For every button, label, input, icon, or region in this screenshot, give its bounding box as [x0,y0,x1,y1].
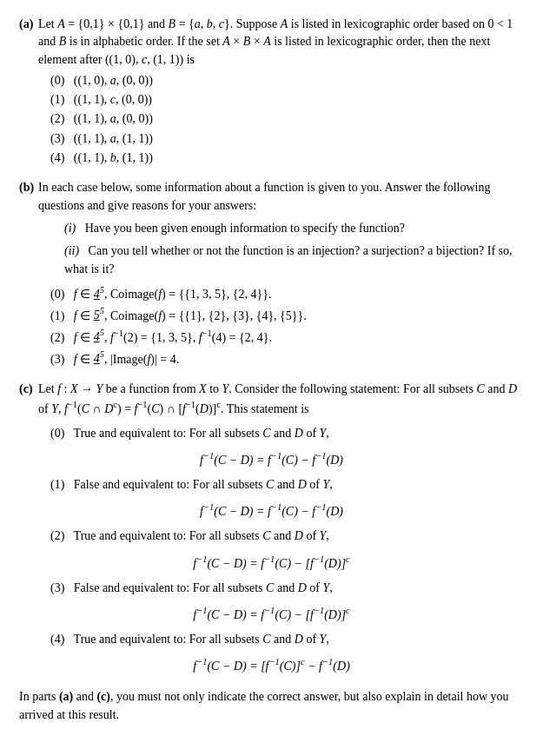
part-c-option-2: (2) True and equivalent to: For all subs… [19,527,524,572]
part-b-options: (0) f ∈ 45, Coimage(f) = {{1, 3, 5}, {2,… [50,283,524,368]
part-c-option-3: (3) False and equivalent to: For all sub… [19,580,524,624]
list-item: (4) ((1, 1), b, (1, 1)) [50,149,524,167]
formula-2: f−1(C − D) = f−1(C) − [f−1(D)]c [19,553,524,573]
list-item: (2) f ∈ 45, f−1(2) = {1, 3, 5}, f−1(4) =… [50,327,524,347]
part-c-option-4: (4) True and equivalent to: For all subs… [19,631,524,675]
part-c-label: (c) [19,381,38,398]
part-c-text: Let f : X → Y be a function from X to Y.… [38,381,524,418]
part-b: (b) In each case below, some information… [19,179,524,368]
list-item: (0) ((1, 0), a, (0, 0)) [50,72,524,90]
part-a-options: (0) ((1, 0), a, (0, 0)) (1) ((1, 1), c, … [50,72,524,167]
part-a-text: Let A = {0,1} × {0,1} and B = {a, b, c}.… [38,16,524,69]
list-item: (3) ((1, 1), a, (1, 1)) [50,130,524,148]
part-a: (a) Let A = {0,1} × {0,1} and B = {a, b,… [19,16,524,167]
footer-note: In parts (a) and (c), you must not only … [19,687,524,724]
formula-0: f−1(C − D) = f−1(C) − f−1(D) [19,449,524,469]
list-item: (3) False and equivalent to: For all sub… [50,580,524,597]
sub-q-ii: (ii) Can you tell whether or not the fun… [64,242,524,278]
part-b-label: (b) [19,179,38,196]
list-item: (3) f ∈ 45, |Image(f)| = 4. [50,348,524,368]
part-c: (c) Let f : X → Y be a function from X t… [19,381,524,676]
list-item: (2) ((1, 1), a, (0, 0)) [50,110,524,128]
list-item: (0) True and equivalent to: For all subs… [50,425,524,442]
part-c-option-0: (0) True and equivalent to: For all subs… [19,425,524,469]
list-item: (1) ((1, 1), c, (0, 0)) [50,91,524,109]
part-b-subquestions: (i) Have you been given enough informati… [64,220,524,278]
list-item: (1) f ∈ 55, Coimage(f) = {{1}, {2}, {3},… [50,305,524,325]
formula-1: f−1(C − D) = f−1(C) − f−1(D) [19,501,524,521]
list-item: (0) f ∈ 45, Coimage(f) = {{1, 3, 5}, {2,… [50,283,524,303]
part-b-text: In each case below, some information abo… [38,179,524,215]
formula-4: f−1(C − D) = [f−1(C)]c − f−1(D) [19,655,524,675]
part-c-option-1: (1) False and equivalent to: For all sub… [19,476,524,521]
sub-q-i: (i) Have you been given enough informati… [64,220,524,237]
footer-text: In parts (a) and (c), you must not only … [19,690,509,721]
list-item: (2) True and equivalent to: For all subs… [50,527,524,545]
list-item: (4) True and equivalent to: For all subs… [50,631,524,648]
formula-3: f−1(C − D) = f−1(C) − [f−1(D)]c [19,604,524,624]
part-a-label: (a) [19,16,38,33]
list-item: (1) False and equivalent to: For all sub… [50,476,524,494]
